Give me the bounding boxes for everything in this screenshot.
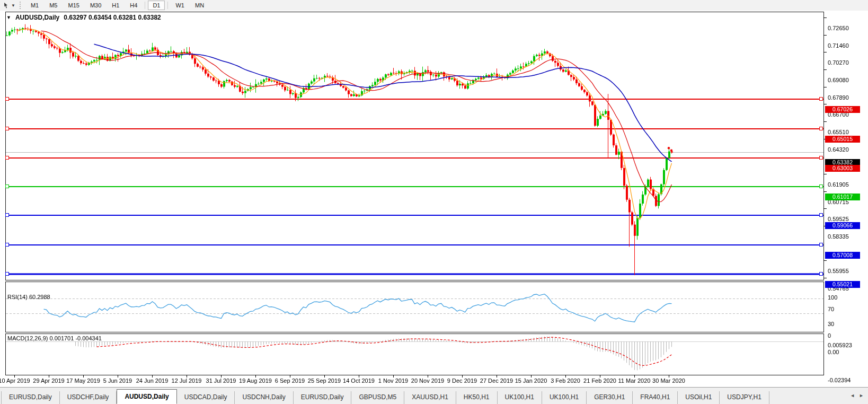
date-tick-label: 30 Mar 2020 [645,377,693,384]
timeframe-button-h4[interactable]: H4 [125,1,142,10]
chart-title: ▼ AUDUSD,Daily 0.63297 0.63454 0.63281 0… [6,14,161,21]
price-tick-label: 0.72650 [828,25,849,31]
tab-scroll-controls: ◄ ► [850,393,864,398]
timeframe-button-h1[interactable]: H1 [107,1,124,10]
chart-area: ▼ AUDUSD,Daily 0.63297 0.63454 0.63281 0… [0,11,868,387]
chart-tabs: EURUSD,DailyUSDCHF,DailyAUDUSD,DailyUSDC… [1,390,769,404]
price-tick-label: 0.69080 [828,77,849,83]
timeframe-button-m5[interactable]: M5 [45,1,62,10]
chart-tab-uk100-h1[interactable]: UK100,H1 [498,391,542,404]
toolbar-separator [145,2,145,9]
price-tick-label: 0.61905 [828,181,849,188]
level-price-badge: 0.61017 [825,194,860,200]
timeframe-buttons: M1M5M15M30H1H4D1W1MN [25,0,209,11]
macd-indicator-label: MACD(12,26,9) 0.001701 -0.004341 [7,335,102,341]
cursor-tool-dropdown[interactable]: ▼ [0,1,19,10]
price-tick-label: 0.59525 [828,216,849,222]
price-tick-label: 0.70270 [828,59,849,66]
chart-tab-ger30-h1[interactable]: GER30,H1 [587,391,633,404]
price-tick-label: 0.55955 [828,268,849,274]
level-price-badge: 0.55021 [825,281,860,288]
chart-tab-usdjpy-h1[interactable]: USDJPY,H1 [720,391,769,404]
rsi-axis-label: 70 [828,306,834,312]
collapse-triangle-icon[interactable]: ▼ [6,15,11,20]
chart-tab-uk100-h1[interactable]: UK100,H1 [542,391,587,404]
chart-tab-audusd-daily[interactable]: AUDUSD,Daily [117,389,176,404]
chart-tab-bar: EURUSD,DailyUSDCHF,DailyAUDUSD,DailyUSDC… [0,387,868,404]
chevron-down-icon: ▼ [11,3,15,8]
level-price-badge: 0.59066 [825,222,860,229]
macd-axis-label: 0.005923 [828,342,852,348]
chart-tab-eurusd-daily[interactable]: EURUSD,Daily [1,391,60,404]
price-chart-canvas[interactable] [0,11,868,387]
timeframe-button-d1[interactable]: D1 [148,1,165,10]
chart-tab-usdcad-daily[interactable]: USDCAD,Daily [177,391,235,404]
chart-tab-usdchf-daily[interactable]: USDCHF,Daily [60,391,117,404]
price-tick-label: 0.65510 [828,129,849,135]
level-price-badge: 0.67026 [825,106,860,113]
timeframe-button-w1[interactable]: W1 [171,1,189,10]
tab-scroll-left-icon[interactable]: ◄ [850,393,855,398]
rsi-axis-label: 100 [828,294,837,301]
chart-tab-hk50-h1[interactable]: HK50,H1 [456,391,498,404]
cursor-tool-icon [3,2,10,9]
timeframe-toolbar: ▼ M1M5M15M30H1H4D1W1MN [0,0,868,11]
timeframe-button-m15[interactable]: M15 [63,1,84,10]
macd-axis-label: 0.00 [828,349,839,355]
level-price-badge: 0.65015 [825,136,860,143]
chart-ohlc-values: 0.63297 0.63454 0.63281 0.63382 [64,14,161,21]
price-tick-label: 0.67890 [828,94,849,101]
rsi-axis-label: 0 [828,332,831,339]
chart-tab-fra40-h1[interactable]: FRA40,H1 [633,391,678,404]
price-tick-label: 0.71460 [828,42,849,49]
timeframe-button-m30[interactable]: M30 [85,1,106,10]
mt4-window: { "toolbar": { "timeframes": ["M1","M5",… [0,0,868,404]
rsi-indicator-label: RSI(14) 60.2988 [7,294,50,300]
chart-tab-xauusd-h1[interactable]: XAUUSD,H1 [404,391,456,404]
rsi-axis-label: 30 [828,321,834,327]
chart-tab-usoil-h1[interactable]: USOil,H1 [678,391,720,404]
level-price-badge: 0.63003 [825,165,860,172]
toolbar-grip [20,2,22,9]
chart-symbol-label: AUDUSD,Daily [15,14,59,21]
timeframe-button-m1[interactable]: M1 [26,1,43,10]
price-tick-label: 0.58335 [828,233,849,240]
chart-tab-gbpusd-m5[interactable]: GBPUSD,M5 [351,391,404,404]
chart-tab-eurusd-daily[interactable]: EURUSD,Daily [294,391,352,404]
level-price-badge: 0.57008 [825,252,860,259]
macd-axis-label: -0.02394 [828,377,851,383]
timeframe-button-mn[interactable]: MN [190,1,209,10]
price-tick-label: 0.64320 [828,146,849,153]
chart-tab-usdcnh-daily[interactable]: USDCNH,Daily [235,391,293,404]
toolbar-separator [167,2,168,9]
tab-scroll-right-icon[interactable]: ► [859,393,864,398]
